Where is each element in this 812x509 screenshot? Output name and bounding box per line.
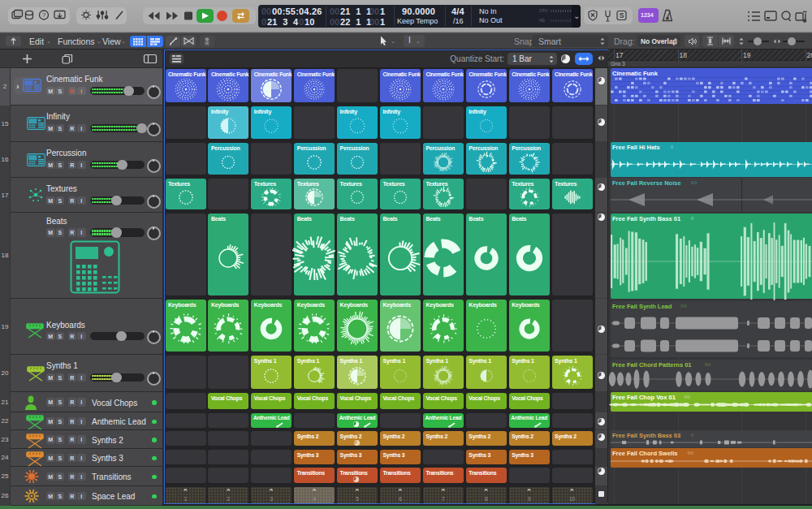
- svg-text:?: ?: [42, 11, 46, 19]
- svg-text:S: S: [620, 11, 624, 19]
